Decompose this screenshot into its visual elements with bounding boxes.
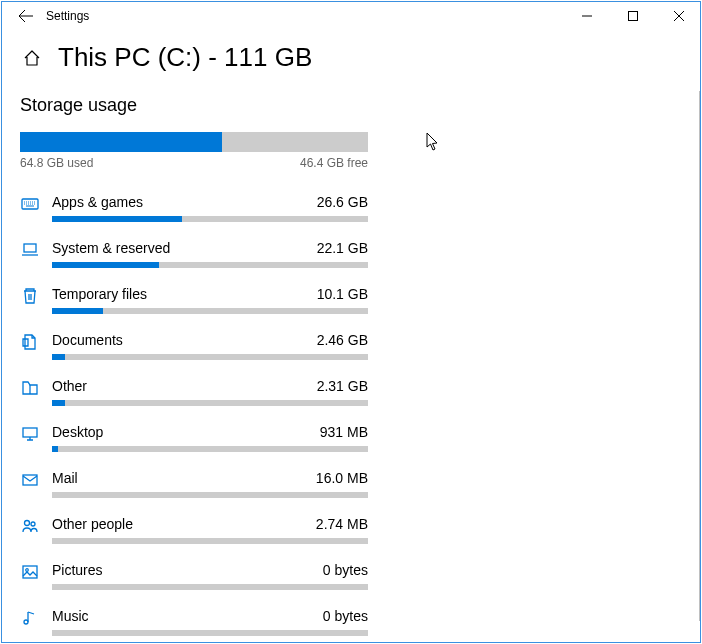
category-size: 2.31 GB (317, 378, 368, 394)
trash-icon (20, 286, 40, 306)
category-body: Documents2.46 GB (52, 332, 368, 360)
category-apps-games[interactable]: Apps & games26.6 GB (20, 186, 368, 232)
category-bar-fill (52, 216, 182, 222)
category-bar (52, 446, 368, 452)
category-bar-fill (52, 400, 65, 406)
category-body: Mail16.0 MB (52, 470, 368, 498)
category-bar (52, 308, 368, 314)
svg-point-6 (31, 522, 35, 526)
category-bar (52, 262, 368, 268)
svg-point-9 (24, 620, 28, 624)
content-area: Storage usage 64.8 GB used 46.4 GB free … (0, 91, 702, 644)
app-title: Settings (46, 9, 89, 23)
home-icon (23, 49, 41, 67)
maximize-button[interactable] (610, 0, 656, 32)
category-list: Apps & games26.6 GBSystem & reserved22.1… (20, 186, 368, 644)
category-bar (52, 630, 368, 636)
category-size: 0 bytes (323, 562, 368, 578)
category-size: 2.74 MB (316, 516, 368, 532)
category-bar (52, 584, 368, 590)
category-desktop[interactable]: Desktop931 MB (20, 416, 368, 462)
category-name: Temporary files (52, 286, 147, 302)
header: This PC (C:) - 111 GB (0, 32, 702, 91)
category-size: 0 bytes (323, 608, 368, 624)
category-size: 16.0 MB (316, 470, 368, 486)
category-body: Other people2.74 MB (52, 516, 368, 544)
category-bar (52, 216, 368, 222)
section-title: Storage usage (20, 95, 682, 116)
category-size: 22.1 GB (317, 240, 368, 256)
music-icon (20, 608, 40, 628)
scrollbar[interactable] (699, 91, 701, 621)
category-name: System & reserved (52, 240, 170, 256)
free-label: 46.4 GB free (300, 156, 368, 170)
category-bar (52, 354, 368, 360)
category-body: System & reserved22.1 GB (52, 240, 368, 268)
maximize-icon (628, 11, 638, 21)
keyboard-icon (20, 194, 40, 214)
category-bar-fill (52, 308, 103, 314)
category-size: 2.46 GB (317, 332, 368, 348)
window-controls (564, 0, 702, 32)
picture-icon (20, 562, 40, 582)
category-size: 26.6 GB (317, 194, 368, 210)
category-name: Documents (52, 332, 123, 348)
used-label: 64.8 GB used (20, 156, 93, 170)
svg-rect-7 (23, 566, 37, 578)
category-bar (52, 492, 368, 498)
category-pictures[interactable]: Pictures0 bytes (20, 554, 368, 600)
category-body: Music0 bytes (52, 608, 368, 636)
category-body: Pictures0 bytes (52, 562, 368, 590)
category-documents[interactable]: Documents2.46 GB (20, 324, 368, 370)
mail-icon (20, 470, 40, 490)
page-title: This PC (C:) - 111 GB (58, 42, 312, 73)
people-icon (20, 516, 40, 536)
home-button[interactable] (20, 46, 44, 70)
category-mail[interactable]: Mail16.0 MB (20, 462, 368, 508)
category-body: Apps & games26.6 GB (52, 194, 368, 222)
svg-point-5 (25, 521, 30, 526)
back-button[interactable] (10, 0, 42, 32)
minimize-button[interactable] (564, 0, 610, 32)
category-size: 931 MB (320, 424, 368, 440)
svg-point-8 (26, 569, 29, 572)
folder-icon (20, 378, 40, 398)
close-icon (674, 11, 684, 21)
category-name: Pictures (52, 562, 103, 578)
category-bar-fill (52, 446, 58, 452)
titlebar: Settings (0, 0, 702, 32)
category-body: Temporary files10.1 GB (52, 286, 368, 314)
category-other-people[interactable]: Other people2.74 MB (20, 508, 368, 554)
category-name: Music (52, 608, 89, 624)
document-icon (20, 332, 40, 352)
minimize-icon (582, 11, 592, 21)
category-bar (52, 400, 368, 406)
category-temporary-files[interactable]: Temporary files10.1 GB (20, 278, 368, 324)
svg-rect-2 (24, 244, 36, 252)
category-name: Other people (52, 516, 133, 532)
back-arrow-icon (18, 8, 34, 24)
close-button[interactable] (656, 0, 702, 32)
category-name: Other (52, 378, 87, 394)
laptop-icon (20, 240, 40, 260)
category-body: Desktop931 MB (52, 424, 368, 452)
monitor-icon (20, 424, 40, 444)
category-name: Desktop (52, 424, 103, 440)
category-body: Other2.31 GB (52, 378, 368, 406)
svg-rect-0 (629, 12, 638, 21)
category-music[interactable]: Music0 bytes (20, 600, 368, 644)
category-system-reserved[interactable]: System & reserved22.1 GB (20, 232, 368, 278)
category-bar-fill (52, 262, 159, 268)
overall-usage-fill (20, 132, 222, 152)
category-name: Apps & games (52, 194, 143, 210)
svg-rect-4 (23, 475, 37, 485)
category-bar (52, 538, 368, 544)
category-bar-fill (52, 354, 65, 360)
category-name: Mail (52, 470, 78, 486)
category-size: 10.1 GB (317, 286, 368, 302)
category-other[interactable]: Other2.31 GB (20, 370, 368, 416)
overall-labels: 64.8 GB used 46.4 GB free (20, 156, 368, 170)
svg-rect-3 (23, 428, 37, 437)
overall-usage-bar (20, 132, 368, 152)
